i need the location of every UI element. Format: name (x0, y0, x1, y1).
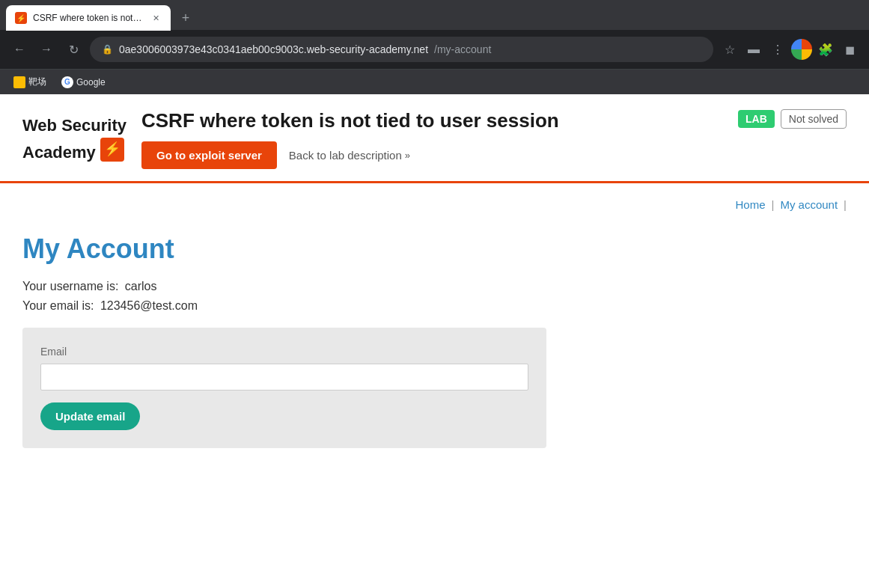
tab-bar: ⚡ CSRF where token is not tied t ✕ + (0, 0, 869, 30)
cast-icon[interactable]: ◼ (839, 39, 860, 60)
url-domain: 0ae3006003973e43c0341aeb00c9003c.web-sec… (119, 43, 428, 55)
active-tab[interactable]: ⚡ CSRF where token is not tied t ✕ (6, 5, 171, 31)
google-icon: G (61, 76, 73, 88)
bookmark-google-label: Google (76, 77, 106, 88)
chevron-right-icon: » (405, 150, 410, 161)
new-tab-button[interactable]: + (177, 9, 195, 27)
email-label-text: Your email is: (22, 299, 94, 312)
lab-actions: Go to exploit server Back to lab descrip… (141, 141, 559, 169)
logo-icon: ⚡ (100, 138, 124, 162)
exploit-server-button[interactable]: Go to exploit server (141, 141, 277, 169)
bookmark-folder-label: 靶场 (28, 76, 46, 88)
bookmark-google[interactable]: G Google (57, 75, 110, 90)
browser-menu-icon[interactable]: ⋮ (767, 39, 788, 60)
nav-links: Home | My account | (22, 198, 847, 211)
star-icon[interactable]: ☆ (719, 39, 740, 60)
puzzle-icon[interactable]: 🧩 (815, 39, 836, 60)
url-bar[interactable]: 🔒 0ae3006003973e43c0341aeb00c9003c.web-s… (90, 37, 713, 62)
email-info: Your email is: 123456@test.com (22, 299, 847, 313)
back-link-text: Back to lab description (289, 149, 402, 162)
email-field-label: Email (40, 346, 528, 358)
nav-separator-2: | (844, 198, 847, 211)
lab-title: CSRF where token is not tied to user ses… (141, 109, 559, 132)
bookmark-folder[interactable]: 靶场 (9, 74, 51, 90)
logo-line1: Web Security (22, 117, 126, 135)
refresh-button[interactable]: ↻ (63, 39, 84, 60)
lab-status: Not solved (781, 109, 847, 129)
back-to-lab-link[interactable]: Back to lab description » (289, 149, 410, 162)
address-bar: ← → ↻ 🔒 0ae3006003973e43c0341aeb00c9003c… (0, 30, 869, 69)
lab-badge-section: LAB Not solved (738, 109, 847, 129)
forward-button[interactable]: → (36, 39, 57, 60)
logo-line2-row: Academy ⚡ (22, 135, 126, 162)
browser-chrome: ⚡ CSRF where token is not tied t ✕ + ← →… (0, 0, 869, 94)
home-link[interactable]: Home (735, 198, 765, 211)
tab-close-button[interactable]: ✕ (150, 12, 162, 24)
extensions-icon[interactable]: ▬ (743, 39, 764, 60)
site-logo: Web Security Academy ⚡ (22, 117, 126, 162)
username-label: Your username is: (22, 280, 118, 293)
tab-title: CSRF where token is not tied t (33, 13, 144, 23)
main-content: Home | My account | My Account Your user… (0, 183, 869, 463)
security-icon: 🔒 (102, 44, 113, 55)
tab-favicon: ⚡ (15, 12, 27, 24)
toolbar-icons: ☆ ▬ ⋮ 🧩 ◼ (719, 39, 860, 60)
username-info: Your username is: carlos (22, 280, 847, 293)
email-current-value: 123456@test.com (100, 299, 198, 312)
profile-icon[interactable] (791, 39, 812, 60)
url-path: /my-account (434, 43, 491, 55)
email-input[interactable] (40, 364, 528, 391)
lab-badge: LAB (738, 110, 775, 128)
account-heading: My Account (22, 233, 847, 265)
update-email-button[interactable]: Update email (40, 402, 140, 430)
my-account-link[interactable]: My account (780, 198, 838, 211)
lab-info: CSRF where token is not tied to user ses… (141, 109, 559, 169)
nav-separator-1: | (771, 198, 774, 211)
lab-header: Web Security Academy ⚡ CSRF where token … (0, 94, 869, 183)
page-content: Web Security Academy ⚡ CSRF where token … (0, 94, 869, 588)
logo-line2: Academy (22, 144, 96, 162)
logo-section: Web Security Academy ⚡ CSRF where token … (22, 109, 559, 169)
username-value: carlos (125, 280, 157, 293)
email-form-container: Email Update email (22, 328, 546, 448)
bookmarks-bar: 靶场 G Google (0, 69, 869, 94)
back-button[interactable]: ← (9, 39, 30, 60)
folder-icon (13, 76, 25, 88)
